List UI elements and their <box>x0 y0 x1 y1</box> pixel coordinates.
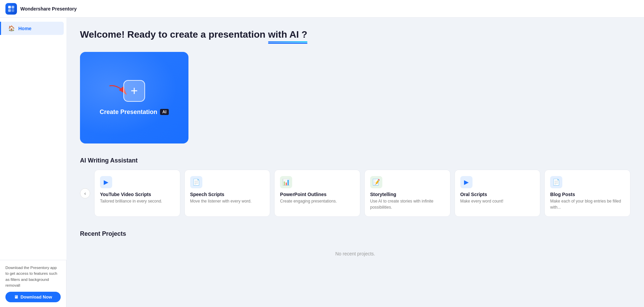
page-title: Welcome! Ready to create a presentation … <box>80 28 630 42</box>
svg-rect-1 <box>12 6 14 8</box>
top-bar: Wondershare Presentory <box>0 0 644 18</box>
speech-desc: Move the listener with every word. <box>190 198 265 204</box>
home-icon: 🏠 <box>8 25 15 32</box>
recent-projects-section: Recent Projects No recent projects. <box>80 230 630 256</box>
youtube-desc: Tailored brilliance in every second. <box>100 198 175 204</box>
ai-card-youtube[interactable]: ▶ YouTube Video Scripts Tailored brillia… <box>94 170 180 217</box>
ai-card-ppt[interactable]: 📊 PowerPoint Outlines Create engaging pr… <box>274 170 360 217</box>
download-promo-text: Download the Presentory app to get acces… <box>5 265 61 288</box>
ppt-desc: Create engaging presentations. <box>280 198 355 204</box>
ai-cards-list: ▶ YouTube Video Scripts Tailored brillia… <box>94 170 630 217</box>
ai-badge: AI <box>160 109 169 115</box>
svg-rect-0 <box>8 6 11 8</box>
oral-title: Oral Scripts <box>460 192 535 197</box>
download-now-button[interactable]: 🖥 Download Now <box>5 292 61 302</box>
blog-desc: Make each of your blog entries be filled… <box>550 198 625 210</box>
sidebar-home-label: Home <box>18 26 32 31</box>
oral-icon: ▶ <box>460 176 472 188</box>
sidebar: 🏠 Home <box>0 18 66 260</box>
youtube-icon: ▶ <box>100 176 112 188</box>
create-presentation-card[interactable]: + Create Presentation AI <box>80 52 188 143</box>
ai-writing-section: AI Writing Assistant ‹ ▶ YouTube Video S… <box>80 157 630 217</box>
ai-cards-wrapper: ‹ ▶ YouTube Video Scripts Tailored brill… <box>80 170 630 217</box>
main-layout: 🏠 Home Download the Presentory app to ge… <box>0 18 644 307</box>
blog-icon: 📄 <box>550 176 562 188</box>
svg-rect-2 <box>8 9 11 12</box>
svg-rect-3 <box>12 9 14 12</box>
ppt-icon: 📊 <box>280 176 292 188</box>
no-recent-text: No recent projects. <box>80 251 630 256</box>
ai-writing-title: AI Writing Assistant <box>80 157 630 164</box>
with-ai-text: with AI ? <box>268 28 307 42</box>
ai-underline <box>268 41 307 42</box>
blog-title: Blog Posts <box>550 192 625 197</box>
oral-desc: Make every word count! <box>460 198 535 204</box>
welcome-text: Welcome! Ready to create a presentation <box>80 29 265 40</box>
story-title: Storytelling <box>370 192 445 197</box>
youtube-title: YouTube Video Scripts <box>100 192 175 197</box>
ai-card-oral[interactable]: ▶ Oral Scripts Make every word count! <box>455 170 541 217</box>
create-label: Create Presentation AI <box>100 109 169 116</box>
ai-card-story[interactable]: 📝 Storytelling Use AI to create stories … <box>364 170 450 217</box>
speech-icon: 📄 <box>190 176 202 188</box>
ai-card-speech[interactable]: 📄 Speech Scripts Move the listener with … <box>184 170 270 217</box>
app-name: Wondershare Presentory <box>20 6 77 12</box>
main-content: Welcome! Ready to create a presentation … <box>66 18 644 307</box>
sidebar-item-home[interactable]: 🏠 Home <box>0 22 64 35</box>
prev-arrow-button[interactable]: ‹ <box>80 188 90 198</box>
story-desc: Use AI to create stories with infinite p… <box>370 198 445 210</box>
download-label: Download Now <box>20 294 52 300</box>
page-header: Welcome! Ready to create a presentation … <box>80 28 630 42</box>
monitor-icon: 🖥 <box>14 294 18 300</box>
plus-box: + <box>123 80 145 102</box>
ppt-title: PowerPoint Outlines <box>280 192 355 197</box>
recent-projects-title: Recent Projects <box>80 230 630 237</box>
ai-card-blog[interactable]: 📄 Blog Posts Make each of your blog entr… <box>544 170 630 217</box>
speech-title: Speech Scripts <box>190 192 265 197</box>
app-logo <box>5 3 17 15</box>
story-icon: 📝 <box>370 176 382 188</box>
